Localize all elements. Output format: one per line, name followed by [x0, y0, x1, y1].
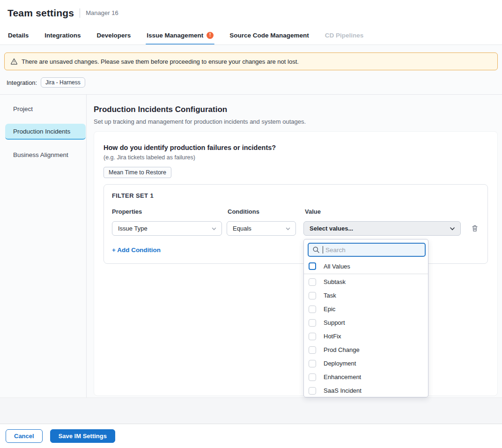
delete-filter-button[interactable] [470, 224, 480, 233]
properties-column-header: Properties [112, 208, 223, 215]
select-all-option[interactable]: All Values [304, 260, 428, 272]
sidebar-item-label: Business Alignment [13, 151, 68, 158]
property-select-value: Issue Type [118, 225, 148, 232]
team-settings-page: Team settings Manager 16 Details Integra… [0, 0, 502, 448]
tab-details[interactable]: Details [8, 26, 29, 45]
add-condition-button[interactable]: + Add Condition [112, 246, 161, 254]
option-deployment[interactable]: Deployment [304, 357, 428, 370]
conditions-column-header: Conditions [228, 208, 297, 215]
option-support[interactable]: Support [304, 316, 428, 329]
settings-sidebar: Project Production Incidents Business Al… [0, 95, 87, 397]
option-label: SaaS Incident [324, 387, 362, 394]
option-task[interactable]: Task [304, 289, 428, 302]
trash-icon [471, 224, 479, 232]
option-label: Enhancement [324, 373, 361, 381]
checkbox-icon[interactable] [309, 262, 316, 270]
option-label: All Values [324, 263, 350, 270]
option-subtask[interactable]: Subtask [304, 275, 428, 289]
tab-label: Details [8, 32, 29, 39]
section-title: Production Incidents Configuration [94, 105, 498, 114]
sidebar-item-label: Production Incidents [13, 128, 70, 135]
text-cursor [323, 246, 323, 254]
checkbox-icon[interactable] [309, 278, 316, 286]
content-row: Project Production Incidents Business Al… [0, 95, 502, 397]
filter-set-title: FILTER SET 1 [112, 192, 480, 199]
tab-label: Source Code Management [229, 32, 309, 39]
dropdown-search [308, 243, 426, 257]
unsaved-changes-banner: There are unsaved changes. Please save t… [4, 52, 498, 70]
checkbox-icon[interactable] [309, 306, 316, 313]
checkbox-icon[interactable] [309, 387, 316, 395]
tab-cd-pipelines: CD Pipelines [325, 26, 364, 45]
dropdown-divider [304, 274, 428, 274]
question-heading: How do you identify production failures … [103, 144, 488, 151]
footer-actions: Cancel Save IM Settings [0, 424, 502, 448]
unsaved-changes-badge-icon: ! [207, 32, 214, 39]
tab-label: Issue Management [147, 32, 203, 39]
checkbox-icon[interactable] [309, 319, 316, 327]
sidebar-item-production-incidents[interactable]: Production Incidents [5, 124, 86, 140]
filter-row: Issue Type Equals [112, 221, 480, 236]
footer-spacer [0, 397, 502, 424]
chevron-down-icon [211, 226, 217, 231]
value-select-wrapper: Select values... [303, 221, 461, 236]
tab-label: Integrations [44, 32, 81, 39]
option-epic[interactable]: Epic [304, 302, 428, 316]
title-separator [80, 8, 80, 18]
content-area: There are unsaved changes. Please save t… [0, 45, 502, 397]
sidebar-item-project[interactable]: Project [5, 101, 86, 117]
option-prod-change[interactable]: Prod Change [304, 343, 428, 357]
chevron-down-icon [449, 225, 456, 232]
option-enhancement[interactable]: Enhancement [304, 370, 428, 384]
save-im-settings-button[interactable]: Save IM Settings [50, 429, 115, 443]
checkbox-icon[interactable] [309, 333, 316, 340]
incidents-config-card: How do you identify production failures … [94, 131, 498, 396]
tab-developers[interactable]: Developers [97, 26, 131, 45]
checkbox-icon[interactable] [309, 360, 316, 367]
metric-chip[interactable]: Mean Time to Restore [103, 167, 171, 178]
tab-label: CD Pipelines [325, 32, 364, 39]
property-select[interactable]: Issue Type [112, 221, 222, 236]
option-label: Prod Change [324, 346, 360, 353]
value-dropdown-panel: All Values Subtask Task Epic Support Hot… [303, 239, 428, 397]
option-label: Task [324, 292, 336, 299]
checkbox-icon[interactable] [309, 292, 316, 299]
search-input[interactable] [308, 243, 426, 257]
value-select[interactable]: Select values... [303, 221, 461, 236]
tab-source-code-management[interactable]: Source Code Management [229, 26, 309, 45]
value-column-header: Value [305, 208, 462, 215]
filter-set: FILTER SET 1 Properties Conditions Value… [103, 184, 488, 264]
condition-select[interactable]: Equals [227, 221, 296, 236]
question-hint: (e.g. Jira tickets labeled as failures) [103, 154, 488, 161]
integration-label: Integration: [7, 79, 37, 86]
sidebar-item-business-alignment[interactable]: Business Alignment [5, 147, 86, 163]
filter-column-headers: Properties Conditions Value [112, 208, 480, 215]
tab-integrations[interactable]: Integrations [44, 26, 81, 45]
option-label: Epic [324, 306, 335, 313]
option-label: Support [324, 319, 345, 326]
integration-chip[interactable]: Jira - Harness [41, 77, 85, 88]
checkbox-icon[interactable] [309, 373, 316, 381]
tab-issue-management[interactable]: Issue Management ! [147, 26, 214, 45]
checkbox-icon[interactable] [309, 346, 316, 354]
tab-label: Developers [97, 32, 131, 39]
chevron-down-icon [285, 226, 291, 231]
section-subtitle: Set up tracking and management for produ… [94, 118, 498, 125]
option-saas-incident[interactable]: SaaS Incident [304, 384, 428, 397]
warning-triangle-icon [10, 58, 18, 65]
dropdown-options: Subtask Task Epic Support HotFix Prod Ch… [304, 275, 428, 397]
page-header: Team settings Manager 16 [0, 0, 502, 26]
warning-text: There are unsaved changes. Please save t… [22, 58, 299, 65]
option-label: Deployment [324, 360, 356, 367]
tab-bar: Details Integrations Developers Issue Ma… [0, 26, 502, 45]
option-label: Subtask [324, 278, 346, 285]
integration-row: Integration: Jira - Harness [7, 76, 502, 89]
option-label: HotFix [324, 333, 341, 340]
page-subtitle: Manager 16 [86, 9, 118, 16]
condition-select-value: Equals [233, 225, 251, 232]
search-icon [312, 246, 320, 254]
cancel-button[interactable]: Cancel [6, 429, 43, 443]
sidebar-item-label: Project [13, 105, 33, 112]
option-hotfix[interactable]: HotFix [304, 329, 428, 343]
page-title: Team settings [7, 7, 74, 19]
